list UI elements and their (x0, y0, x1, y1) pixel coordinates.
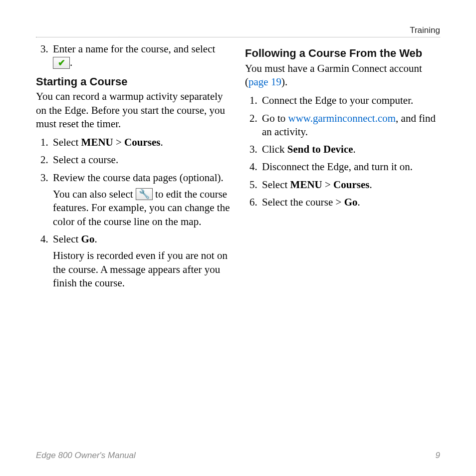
step-text: Select the course > (262, 196, 344, 208)
para-following-course: You must have a Garmin Connect account (… (245, 62, 440, 89)
step-text: Select (262, 179, 290, 191)
list-item: Click Send to Device. (260, 143, 440, 156)
courses-label: Courses (333, 179, 369, 191)
url-link[interactable]: www.garminconnect.com (288, 112, 396, 124)
list-item: Go to www.garminconnect.com, and find an… (260, 112, 440, 139)
para-starting-course: You can record a warmup activity separat… (36, 90, 231, 131)
sub-text-a: You can also select (53, 188, 136, 200)
intro-list-item: Enter a name for the course, and select … (51, 42, 231, 70)
footer-page: 9 (436, 450, 440, 461)
step-text: Click (262, 143, 287, 155)
list-item: Select MENU > Courses. (51, 136, 231, 149)
courses-label: Courses (124, 136, 160, 148)
step-text: Select (53, 136, 81, 148)
end: . (94, 233, 97, 245)
footer-title: Edge 800 Owner's Manual (36, 450, 136, 461)
list-item: Select a course. (51, 153, 231, 167)
gt: > (113, 136, 124, 148)
list-item: Disconnect the Edge, and turn it on. (260, 160, 440, 174)
list-item: Connect the Edge to your computer. (260, 94, 440, 107)
end: . (160, 136, 163, 148)
page-link[interactable]: page 19 (248, 76, 281, 88)
left-column: Enter a name for the course, and select … (36, 42, 231, 440)
list-item: Select Go. History is recorded even if y… (51, 233, 231, 290)
step-text: Go to (262, 112, 288, 124)
gt: > (322, 179, 333, 191)
wrench-icon: 🔧 (136, 188, 153, 200)
step-text: Select (53, 233, 81, 245)
go-label: Go (81, 233, 95, 245)
checkmark-icon: ✔ (53, 57, 70, 69)
menu-label: MENU (81, 136, 113, 148)
send-to-device-label: Send to Device (287, 143, 353, 155)
para-text-b: ). (281, 76, 287, 88)
list-item: Select MENU > Courses. (260, 178, 440, 192)
heading-starting-course: Starting a Course (36, 75, 231, 89)
go-label: Go (344, 196, 358, 208)
right-column: Following a Course From the Web You must… (245, 42, 440, 440)
list-item: Select the course > Go. (260, 196, 440, 209)
sub-text: History is recorded even if you are not … (53, 249, 231, 290)
header-section: Training (36, 25, 440, 37)
list-item: Review the course data pages (optional).… (51, 171, 231, 229)
intro-text-b: . (70, 56, 72, 68)
end: . (353, 143, 356, 155)
menu-label: MENU (290, 179, 322, 191)
step-text: Review the course data pages (optional). (53, 172, 224, 184)
heading-following-course: Following a Course From the Web (245, 46, 440, 61)
intro-text-a: Enter a name for the course, and select (53, 43, 215, 55)
end: . (357, 196, 360, 208)
end: . (369, 179, 372, 191)
